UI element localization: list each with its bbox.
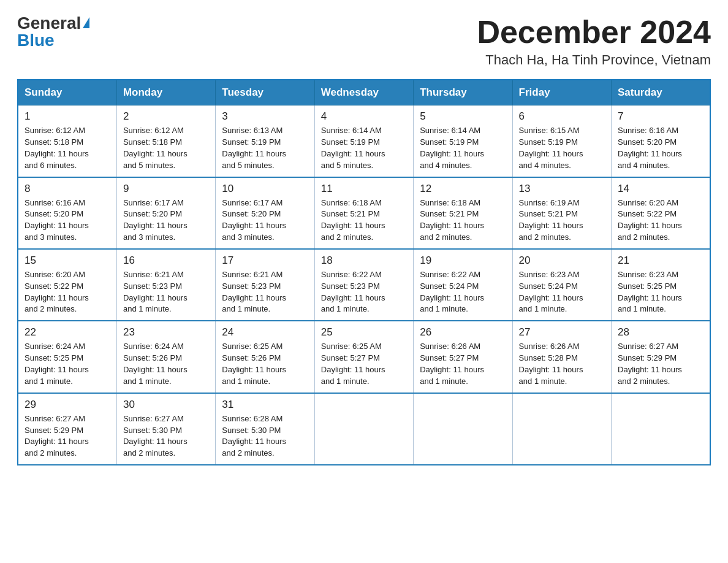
- day-number: 15: [25, 255, 110, 267]
- day-info: Sunrise: 6:22 AMSunset: 5:24 PMDaylight:…: [420, 269, 506, 315]
- calendar-cell: 2Sunrise: 6:12 AMSunset: 5:18 PMDaylight…: [116, 105, 215, 177]
- calendar-cell: 15Sunrise: 6:20 AMSunset: 5:22 PMDayligh…: [18, 249, 116, 321]
- calendar-cell: 31Sunrise: 6:28 AMSunset: 5:30 PMDayligh…: [216, 393, 314, 465]
- day-number: 4: [321, 110, 407, 123]
- day-number: 9: [123, 183, 209, 195]
- day-number: 20: [519, 255, 605, 267]
- logo-general-text: General: [17, 15, 81, 32]
- calendar-cell: 20Sunrise: 6:23 AMSunset: 5:24 PMDayligh…: [512, 249, 611, 321]
- calendar-cell: 17Sunrise: 6:21 AMSunset: 5:23 PMDayligh…: [216, 249, 314, 321]
- calendar-cell: 8Sunrise: 6:16 AMSunset: 5:20 PMDaylight…: [18, 177, 116, 249]
- day-info: Sunrise: 6:20 AMSunset: 5:22 PMDaylight:…: [618, 197, 703, 243]
- title-block: December 2024 Thach Ha, Ha Tinh Province…: [477, 15, 711, 68]
- calendar-cell: 23Sunrise: 6:24 AMSunset: 5:26 PMDayligh…: [116, 321, 215, 393]
- location-subtitle: Thach Ha, Ha Tinh Province, Vietnam: [477, 52, 711, 68]
- day-number: 2: [123, 110, 209, 123]
- calendar-cell: 30Sunrise: 6:27 AMSunset: 5:30 PMDayligh…: [116, 393, 215, 465]
- day-info: Sunrise: 6:20 AMSunset: 5:22 PMDaylight:…: [25, 269, 110, 315]
- header-wednesday: Wednesday: [314, 80, 413, 105]
- calendar-cell: 26Sunrise: 6:26 AMSunset: 5:27 PMDayligh…: [414, 321, 512, 393]
- calendar-cell: 28Sunrise: 6:27 AMSunset: 5:29 PMDayligh…: [612, 321, 710, 393]
- day-info: Sunrise: 6:12 AMSunset: 5:18 PMDaylight:…: [123, 125, 209, 171]
- day-info: Sunrise: 6:14 AMSunset: 5:19 PMDaylight:…: [321, 125, 407, 171]
- day-info: Sunrise: 6:17 AMSunset: 5:20 PMDaylight:…: [222, 197, 308, 243]
- day-info: Sunrise: 6:23 AMSunset: 5:24 PMDaylight:…: [519, 269, 605, 315]
- day-number: 29: [25, 399, 110, 411]
- day-number: 18: [321, 255, 407, 267]
- day-number: 14: [618, 183, 703, 195]
- logo-blue-text: Blue: [17, 32, 55, 49]
- calendar-cell: [612, 393, 710, 465]
- day-info: Sunrise: 6:12 AMSunset: 5:18 PMDaylight:…: [25, 125, 110, 171]
- header-friday: Friday: [512, 80, 611, 105]
- day-number: 1: [25, 110, 110, 123]
- calendar-cell: [414, 393, 512, 465]
- calendar-table: SundayMondayTuesdayWednesdayThursdayFrid…: [17, 79, 711, 465]
- calendar-cell: 6Sunrise: 6:15 AMSunset: 5:19 PMDaylight…: [512, 105, 611, 177]
- day-info: Sunrise: 6:24 AMSunset: 5:25 PMDaylight:…: [25, 341, 110, 387]
- day-info: Sunrise: 6:27 AMSunset: 5:29 PMDaylight:…: [25, 413, 110, 459]
- day-info: Sunrise: 6:26 AMSunset: 5:28 PMDaylight:…: [519, 341, 605, 387]
- calendar-cell: 11Sunrise: 6:18 AMSunset: 5:21 PMDayligh…: [314, 177, 413, 249]
- day-info: Sunrise: 6:21 AMSunset: 5:23 PMDaylight:…: [123, 269, 209, 315]
- day-info: Sunrise: 6:13 AMSunset: 5:19 PMDaylight:…: [222, 125, 308, 171]
- calendar-cell: 1Sunrise: 6:12 AMSunset: 5:18 PMDaylight…: [18, 105, 116, 177]
- day-number: 19: [420, 255, 506, 267]
- calendar-cell: 22Sunrise: 6:24 AMSunset: 5:25 PMDayligh…: [18, 321, 116, 393]
- day-info: Sunrise: 6:17 AMSunset: 5:20 PMDaylight:…: [123, 197, 209, 243]
- calendar-cell: 14Sunrise: 6:20 AMSunset: 5:22 PMDayligh…: [612, 177, 710, 249]
- header-saturday: Saturday: [612, 80, 710, 105]
- day-number: 24: [222, 326, 308, 339]
- day-number: 12: [420, 183, 506, 195]
- calendar-cell: 3Sunrise: 6:13 AMSunset: 5:19 PMDaylight…: [216, 105, 314, 177]
- day-info: Sunrise: 6:21 AMSunset: 5:23 PMDaylight:…: [222, 269, 308, 315]
- day-info: Sunrise: 6:26 AMSunset: 5:27 PMDaylight:…: [420, 341, 506, 387]
- day-number: 3: [222, 110, 308, 123]
- calendar-cell: 5Sunrise: 6:14 AMSunset: 5:19 PMDaylight…: [414, 105, 512, 177]
- day-number: 6: [519, 110, 605, 123]
- day-number: 7: [618, 110, 703, 123]
- day-number: 26: [420, 326, 506, 339]
- week-row-5: 29Sunrise: 6:27 AMSunset: 5:29 PMDayligh…: [18, 393, 710, 465]
- day-number: 5: [420, 110, 506, 123]
- day-number: 13: [519, 183, 605, 195]
- day-number: 27: [519, 326, 605, 339]
- day-number: 31: [222, 399, 308, 411]
- week-row-4: 22Sunrise: 6:24 AMSunset: 5:25 PMDayligh…: [18, 321, 710, 393]
- day-info: Sunrise: 6:28 AMSunset: 5:30 PMDaylight:…: [222, 413, 308, 459]
- month-title: December 2024: [477, 15, 711, 50]
- calendar-cell: 29Sunrise: 6:27 AMSunset: 5:29 PMDayligh…: [18, 393, 116, 465]
- calendar-cell: [314, 393, 413, 465]
- day-number: 16: [123, 255, 209, 267]
- calendar-cell: 10Sunrise: 6:17 AMSunset: 5:20 PMDayligh…: [216, 177, 314, 249]
- day-info: Sunrise: 6:16 AMSunset: 5:20 PMDaylight:…: [618, 125, 703, 171]
- calendar-cell: 7Sunrise: 6:16 AMSunset: 5:20 PMDaylight…: [612, 105, 710, 177]
- day-number: 22: [25, 326, 110, 339]
- day-number: 17: [222, 255, 308, 267]
- calendar-cell: 21Sunrise: 6:23 AMSunset: 5:25 PMDayligh…: [612, 249, 710, 321]
- calendar-cell: 13Sunrise: 6:19 AMSunset: 5:21 PMDayligh…: [512, 177, 611, 249]
- header-tuesday: Tuesday: [216, 80, 314, 105]
- day-info: Sunrise: 6:15 AMSunset: 5:19 PMDaylight:…: [519, 125, 605, 171]
- week-row-3: 15Sunrise: 6:20 AMSunset: 5:22 PMDayligh…: [18, 249, 710, 321]
- day-info: Sunrise: 6:16 AMSunset: 5:20 PMDaylight:…: [25, 197, 110, 243]
- day-info: Sunrise: 6:25 AMSunset: 5:27 PMDaylight:…: [321, 341, 407, 387]
- day-number: 10: [222, 183, 308, 195]
- calendar-cell: 19Sunrise: 6:22 AMSunset: 5:24 PMDayligh…: [414, 249, 512, 321]
- day-info: Sunrise: 6:25 AMSunset: 5:26 PMDaylight:…: [222, 341, 308, 387]
- header-thursday: Thursday: [414, 80, 512, 105]
- day-info: Sunrise: 6:18 AMSunset: 5:21 PMDaylight:…: [321, 197, 407, 243]
- day-number: 25: [321, 326, 407, 339]
- calendar-cell: 9Sunrise: 6:17 AMSunset: 5:20 PMDaylight…: [116, 177, 215, 249]
- day-info: Sunrise: 6:18 AMSunset: 5:21 PMDaylight:…: [420, 197, 506, 243]
- calendar-body: 1Sunrise: 6:12 AMSunset: 5:18 PMDaylight…: [18, 105, 710, 465]
- calendar-header: SundayMondayTuesdayWednesdayThursdayFrid…: [18, 80, 710, 105]
- day-number: 30: [123, 399, 209, 411]
- header-row: SundayMondayTuesdayWednesdayThursdayFrid…: [18, 80, 710, 105]
- calendar-cell: 4Sunrise: 6:14 AMSunset: 5:19 PMDaylight…: [314, 105, 413, 177]
- day-info: Sunrise: 6:27 AMSunset: 5:29 PMDaylight:…: [618, 341, 703, 387]
- day-info: Sunrise: 6:22 AMSunset: 5:23 PMDaylight:…: [321, 269, 407, 315]
- day-number: 28: [618, 326, 703, 339]
- day-info: Sunrise: 6:23 AMSunset: 5:25 PMDaylight:…: [618, 269, 703, 315]
- calendar-cell: 18Sunrise: 6:22 AMSunset: 5:23 PMDayligh…: [314, 249, 413, 321]
